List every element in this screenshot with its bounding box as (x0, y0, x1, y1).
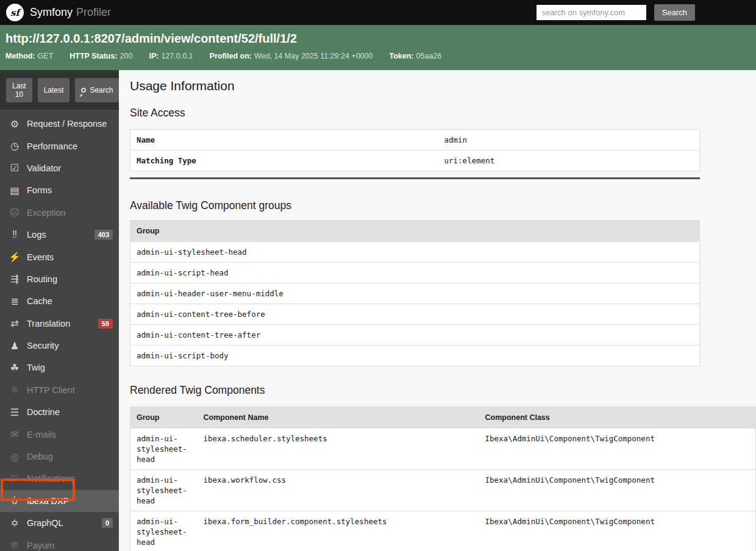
payum-icon: ℗ (7, 540, 22, 551)
logs-icon: ‼ (7, 229, 22, 240)
graphql-icon: ✡ (7, 517, 22, 529)
symfony-logo[interactable]: sf (6, 4, 24, 21)
emails-icon: ✉ (7, 428, 22, 440)
magnifier-icon (81, 88, 86, 93)
sidebar-item-doctrine[interactable]: ☰Doctrine (0, 401, 119, 423)
component-groups-heading: Available Twig Component groups (130, 199, 756, 212)
sidebar-toolbar: Last 10 Latest Search (0, 70, 119, 110)
sidebar-item-http-client: ⚛HTTP Client (0, 379, 119, 401)
exception-icon: ☹ (7, 207, 22, 218)
meta-token: Token:05aa26 (389, 52, 441, 60)
meta-ip: IP:127.0.0.1 (149, 52, 193, 60)
table-row: admin-ui-content-tree-after (130, 325, 700, 346)
symfony-search-input[interactable] (537, 5, 646, 20)
cell-component-name: ibexa.workflow.css (198, 470, 479, 511)
cell-component-name: ibexa.form_builder.component.stylesheets (198, 511, 479, 551)
forms-icon: ▤ (7, 185, 22, 196)
rendered-components-table: Group Component Name Component Class adm… (130, 407, 756, 551)
symfony-search-button[interactable]: Search (654, 4, 695, 21)
table-row: admin-ui-content-tree-before (130, 304, 700, 325)
sidebar-item-emails: ✉E-mails (0, 423, 119, 445)
table-row: admin-ui-stylesheet-head ibexa.scheduler… (130, 428, 756, 470)
last-10-button[interactable]: Last 10 (6, 78, 32, 102)
sidebar-item-twig[interactable]: ☘Twig (0, 357, 119, 379)
site-access-heading: Site Access (130, 107, 756, 119)
validator-icon: ☑ (7, 162, 22, 174)
meta-http-status: HTTP Status:200 (70, 52, 132, 60)
table-row: admin-ui-stylesheet-head ibexa.workflow.… (130, 470, 756, 511)
table-row: admin-ui-script-head (130, 263, 700, 283)
meta-method: Method:GET (5, 52, 53, 60)
site-access-label: Name (130, 130, 438, 151)
latest-button[interactable]: Latest (38, 78, 70, 102)
sidebar-item-events[interactable]: ⚡Events (0, 246, 119, 268)
sidebar-item-logs[interactable]: ‼Logs403 (0, 224, 119, 246)
sidebar-item-validator[interactable]: ☑Validator (0, 157, 119, 179)
twig-icon: ☘ (7, 362, 22, 374)
main-content: Usage Information Site Access Name admin… (119, 70, 756, 551)
profiler-text: Profiler (76, 6, 111, 19)
sidebar-item-performance[interactable]: ◷Performance (0, 135, 119, 157)
cell-component-class: Ibexa\AdminUi\Component\TwigComponent (479, 470, 756, 511)
section-divider (130, 177, 700, 179)
status-bar: http://127.0.0.1:8207/admin/view/content… (0, 25, 756, 70)
column-header-group: Group (130, 407, 198, 428)
cell-component-name: ibexa.scheduler.stylesheets (198, 428, 479, 470)
column-header-component-name: Component Name (198, 407, 479, 428)
table-row: Matching Type uri:element (130, 151, 700, 171)
sidebar-item-debug: ◎Debug (0, 446, 119, 467)
table-row: admin-ui-stylesheet-head ibexa.form_buil… (130, 511, 756, 551)
site-access-value: uri:element (438, 151, 700, 171)
topbar: sf Symfony Profiler Search (0, 0, 756, 25)
sidebar-item-payum: ℗Payum (0, 534, 119, 551)
sidebar-item-graphql[interactable]: ✡GraphQL0 (0, 512, 119, 534)
http-client-icon: ⚛ (7, 384, 22, 396)
cell-component-class: Ibexa\AdminUi\Component\TwigComponent (479, 511, 756, 551)
notifications-icon: ⚐ (7, 473, 22, 485)
site-access-label: Matching Type (130, 151, 438, 171)
sidebar-item-request-response[interactable]: ⚙Request / Response (0, 113, 119, 135)
request-response-icon: ⚙ (7, 118, 22, 130)
page-title: Usage Information (130, 79, 756, 93)
performance-icon: ◷ (7, 140, 22, 152)
site-access-value: admin (438, 130, 700, 151)
cell-group: admin-ui-stylesheet-head (130, 511, 198, 551)
column-header-component-class: Component Class (479, 407, 756, 428)
sidebar-menu: ⚙Request / Response ◷Performance ☑Valida… (0, 110, 119, 551)
sidebar-item-forms[interactable]: ▤Forms (0, 179, 119, 201)
cache-icon: ≣ (7, 296, 22, 307)
sidebar-item-security[interactable]: ♟Security (0, 335, 119, 357)
cell-group: admin-ui-stylesheet-head (130, 428, 198, 470)
table-row: Name admin (130, 130, 700, 151)
table-row: admin-ui-header-user-menu-middle (130, 283, 700, 304)
sidebar-item-routing[interactable]: ⇶Routing (0, 268, 119, 290)
component-groups-table: Group admin-ui-stylesheet-head admin-ui-… (130, 220, 700, 366)
profiled-url: http://127.0.0.1:8207/admin/view/content… (5, 32, 750, 46)
sidebar-item-translation[interactable]: ⇄Translation59 (0, 313, 119, 335)
routing-icon: ⇶ (7, 273, 22, 285)
sidebar-search-button[interactable]: Search (75, 78, 119, 102)
table-row: admin-ui-script-body (130, 346, 700, 366)
rendered-components-heading: Rendered Twig Components (130, 384, 756, 397)
table-row: admin-ui-stylesheet-head (130, 242, 700, 263)
meta-profiled-on: Profiled on:Wed, 14 May 2025 11:29:24 +0… (210, 52, 373, 60)
cell-group: admin-ui-stylesheet-head (130, 470, 198, 511)
sidebar-item-notifications: ⚐Notifications (0, 467, 119, 489)
sidebar: Last 10 Latest Search ⚙Request / Respons… (0, 70, 119, 551)
security-icon: ♟ (7, 340, 22, 352)
cell-component-class: Ibexa\AdminUi\Component\TwigComponent (479, 428, 756, 470)
brand-text: Symfony (30, 6, 73, 19)
graphql-badge: 0 (102, 518, 113, 528)
request-meta: Method:GET HTTP Status:200 IP:127.0.0.1 … (5, 52, 750, 60)
site-access-table: Name admin Matching Type uri:element (130, 129, 700, 171)
ibexa-dxp-icon: ὁ (7, 496, 22, 507)
debug-icon: ◎ (7, 451, 22, 463)
sidebar-item-ibexa-dxp[interactable]: ὁIbexa DXP (0, 490, 119, 512)
translation-badge: 59 (98, 319, 113, 329)
column-header-group: Group (130, 221, 700, 242)
sidebar-item-cache[interactable]: ≣Cache (0, 290, 119, 312)
doctrine-icon: ☰ (7, 407, 22, 418)
sidebar-item-exception: ☹Exception (0, 202, 119, 224)
logs-badge: 403 (94, 230, 113, 240)
translation-icon: ⇄ (7, 318, 22, 329)
